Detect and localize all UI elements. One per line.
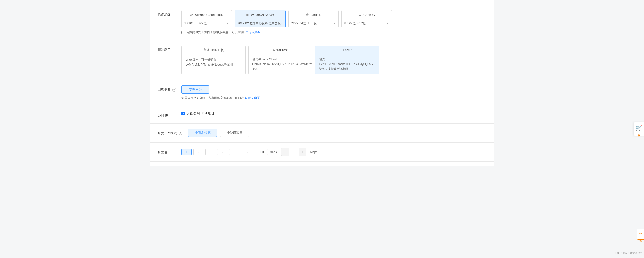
chevron-down-icon: ∨ [227, 22, 229, 25]
bw-billing-btns: 按固定带宽 按使用流量 [188, 129, 486, 137]
chevron-down-icon: ∨ [334, 22, 336, 25]
security-checkbox[interactable] [182, 31, 184, 34]
app-lamp-desc: 包含CentOS7.9+Apache+PHP7.4+MySQL5.7架构，支持多… [315, 54, 379, 74]
network-type-btn[interactable]: 专有网络 [182, 86, 210, 94]
bw-tag-50[interactable]: 50 [242, 149, 253, 155]
os-card-alibaba[interactable]: ⟳ Alibaba Cloud Linux 3.2104 LTS 64位 ∨ [182, 10, 232, 28]
chevron-down-icon: ∨ [387, 22, 389, 25]
public-ip-section: 公网 IP 分配公网 IPv4 地址 [150, 106, 494, 124]
app-card-baota[interactable]: 宝塔Linux面板 Linux版本，可一键部署LAMP/LNMP/Tomcat/… [182, 46, 246, 74]
bw-stepper: − 1 + [281, 148, 306, 156]
bw-stepper-value: 1 [289, 148, 299, 156]
bw-billing-content: 按固定带宽 按使用流量 [188, 129, 486, 137]
bw-billing-help-icon[interactable]: ? [179, 132, 182, 135]
app-cards: 宝塔Linux面板 Linux版本，可一键部署LAMP/LNMP/Tomcat/… [182, 46, 486, 74]
os-note-link[interactable]: 自定义购买。 [246, 30, 264, 34]
app-lamp-title: LAMP [343, 48, 352, 52]
os-alibaba-title: Alibaba Cloud Linux [195, 13, 223, 17]
bw-stepper-decrement[interactable]: − [282, 148, 289, 156]
app-baota-desc: Linux版本，可一键部署LAMP/LNMP/Tomcat/Node.js等应用 [182, 55, 245, 71]
app-card-wordpress[interactable]: WordPress 包含Alibaba Cloud Linux3+Nginx+M… [248, 46, 312, 74]
bw-stepper-unit: Mbps [310, 150, 318, 154]
public-ip-row: 分配公网 IPv4 地址 [182, 111, 486, 115]
bw-tag-3[interactable]: 3 [205, 149, 215, 155]
os-card-ubuntu[interactable]: ⚙ Ubuntu 22.04 64位 UEFI版 ∨ [288, 10, 339, 28]
public-ip-checkbox[interactable] [182, 112, 185, 115]
os-section: 操作系统 ⟳ Alibaba Cloud Linux 3.2104 LTS 64… [150, 5, 494, 40]
network-note-suffix: 。 [260, 96, 264, 100]
os-ubuntu-title: Ubuntu [311, 13, 321, 17]
network-content: 专有网络 如需自定义安全组、专有网络交换机等，可前往 自定义购买 。 [182, 86, 486, 100]
preinstall-label: 预装应用 [158, 46, 176, 52]
bw-values: 1 2 3 5 10 50 100 Mbps − 1 + Mbps [182, 148, 486, 156]
bw-value-content: 1 2 3 5 10 50 100 Mbps − 1 + Mbps [182, 148, 486, 156]
windows-icon: ⊞ [246, 13, 249, 17]
public-ip-content: 分配公网 IPv4 地址 [182, 111, 486, 115]
network-note-prefix: 如需自定义安全组、专有网络交换机等，可前往 [182, 96, 244, 100]
bandwidth-billing-section: 带宽计费模式 ? 按固定带宽 按使用流量 [150, 124, 494, 143]
os-card-windows[interactable]: ⊞ Windows Server 2012 R2 数据中心版 64位中文版 ∨ [234, 10, 286, 28]
bw-btn-fixed[interactable]: 按固定带宽 [188, 129, 217, 137]
bw-tag-2[interactable]: 2 [194, 149, 204, 155]
app-wordpress-title: WordPress [272, 48, 288, 52]
page-container: 操作系统 ⟳ Alibaba Cloud Linux 3.2104 LTS 64… [150, 0, 494, 166]
app-wordpress-desc: 包含Alibaba Cloud Linux3+Nginx+MySQL5.7+PH… [248, 54, 312, 74]
bw-tag-100[interactable]: 100 [255, 149, 268, 155]
cart-icon: 🛒 [636, 125, 642, 131]
bandwidth-value-section: 带宽值 1 2 3 5 10 50 100 Mbps − 1 + Mbp [150, 143, 494, 162]
cart-label: 购物车 [637, 132, 641, 133]
os-label: 操作系统 [158, 10, 176, 17]
float-cart[interactable]: 🛒 购物车 [634, 122, 644, 136]
network-section: 网络类型 ? 专有网络 如需自定义安全组、专有网络交换机等，可前往 自定义购买 … [150, 80, 494, 106]
ubuntu-icon: ⚙ [306, 13, 309, 17]
os-windows-title: Windows Server [251, 13, 274, 17]
network-note: 如需自定义安全组、专有网络交换机等，可前往 自定义购买 。 [182, 96, 486, 100]
os-cards: ⟳ Alibaba Cloud Linux 3.2104 LTS 64位 ∨ ⊞… [182, 10, 486, 28]
os-ubuntu-version: 22.04 64位 UEFI版 [291, 21, 316, 26]
bw-tag-1[interactable]: 1 [182, 149, 192, 155]
os-centos-version: 8.4 64位 SCC版 [344, 21, 366, 26]
os-centos-title: CentOS [364, 13, 375, 17]
os-content: ⟳ Alibaba Cloud Linux 3.2104 LTS 64位 ∨ ⊞… [182, 10, 486, 34]
os-note-text: 免费提供安全加固 如需更多镜像，可以前往 [186, 30, 244, 34]
centos-icon: ⚙ [358, 13, 362, 17]
network-label: 网络类型 ? [158, 86, 176, 92]
preinstall-content: 宝塔Linux面板 Linux版本，可一键部署LAMP/LNMP/Tomcat/… [182, 46, 486, 74]
os-note: 免费提供安全加固 如需更多镜像，可以前往 自定义购买。 [182, 30, 486, 34]
bw-stepper-increment[interactable]: + [299, 148, 306, 156]
app-baota-title: 宝塔Linux面板 [203, 48, 224, 52]
bw-value-label: 带宽值 [158, 148, 176, 154]
alibaba-icon: ⟳ [190, 13, 193, 17]
bw-tag-10[interactable]: 10 [229, 149, 240, 155]
bw-tag-5[interactable]: 5 [217, 149, 227, 155]
os-alibaba-version: 3.2104 LTS 64位 [184, 21, 207, 26]
bw-btn-traffic[interactable]: 按使用流量 [220, 129, 249, 137]
app-card-lamp[interactable]: LAMP 包含CentOS7.9+Apache+PHP7.4+MySQL5.7架… [315, 46, 379, 74]
bw-unit-label: Mbps [270, 150, 277, 154]
preinstall-section: 预装应用 宝塔Linux面板 Linux版本，可一键部署LAMP/LNMP/To… [150, 40, 494, 80]
public-ip-label: 公网 IP [158, 111, 176, 118]
public-ip-checkbox-label: 分配公网 IPv4 地址 [187, 111, 214, 115]
network-help-icon[interactable]: ? [172, 88, 176, 92]
os-windows-version: 2012 R2 数据中心版 64位中文版 [238, 21, 280, 26]
network-note-link[interactable]: 自定义购买 [245, 96, 260, 100]
os-card-centos[interactable]: ⚙ CentOS 8.4 64位 SCC版 ∨ [342, 10, 392, 28]
bw-billing-label: 带宽计费模式 ? [158, 129, 182, 135]
chevron-down-icon: ∨ [280, 22, 283, 25]
